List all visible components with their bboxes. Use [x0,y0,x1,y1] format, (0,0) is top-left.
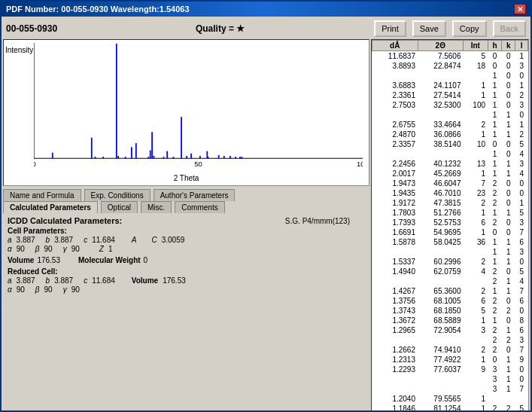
table-row: 1.533760.29962110 [372,257,528,267]
tab-name-formula[interactable]: Name and Formula [3,189,81,201]
cell-int: 9 [464,365,488,374]
tab-optical[interactable]: Optical [101,201,138,213]
col-int: Int [464,41,488,51]
cell-dA: 1.4267 [372,286,418,296]
cell-twoTheta: 58.0425 [418,237,464,247]
cell-twoTheta [418,110,464,120]
icdd-params-title: ICDD Calculated Parameters: [8,216,122,225]
table-row: 1.367268.58891108 [372,316,528,325]
cell-l: 4 [515,169,528,179]
cell-twoTheta: 24.1107 [418,81,464,90]
b-value: 3.887 [54,236,73,244]
cell-dA [372,335,418,345]
cell-l: 0 [515,188,528,198]
cell-k: 2 [502,335,515,345]
cell-int: 1 [464,227,488,237]
cell-l: 6 [515,237,528,247]
back-button[interactable]: Back [493,20,526,37]
cell-k: 0 [502,198,515,208]
cell-h: 0 [488,61,502,71]
cell-h: 2 [488,198,502,208]
cell-int: 1 [464,169,488,179]
rgamma-value: 90 [71,285,80,294]
tab-misc[interactable]: Misc. [141,201,172,213]
cell-twoTheta: 7.5606 [418,51,464,62]
cell-l: 5 [515,208,528,218]
table-row: 2.750332.5300100103 [372,100,528,110]
cell-dA: 1.4940 [372,267,418,276]
cell-h: 1 [488,257,502,267]
close-button[interactable]: ✕ [514,4,526,14]
C-value: 3.0059 [162,236,185,244]
cell-k: 1 [502,120,515,130]
cell-dA: 1.3672 [372,316,418,325]
ra-label: a [8,276,12,285]
cell-l: 1 [515,120,528,130]
cell-dA: 1.9172 [372,198,418,208]
cell-h: 3 [488,384,502,394]
tab-exp-conditions[interactable]: Exp. Conditions [84,189,150,201]
cell-l: 1 [515,51,528,62]
tab-calculated-params[interactable]: Calculated Parameters [3,201,98,213]
cell-twoTheta [418,276,464,286]
table-row: 3.889322.847418003 [372,61,528,71]
cell-dA [372,149,418,159]
cell-dA: 1.6691 [372,227,418,237]
cell-dA: 1.2965 [372,325,418,335]
table-row: 11.68377.56065001 [372,51,528,62]
cell-int [464,374,488,384]
cell-l: 2 [515,130,528,139]
cell-int: 1 [464,208,488,218]
cell-h: 1 [488,247,502,257]
mol-weight-label: Molecular Weight [78,256,141,264]
cell-twoTheta: 77.4922 [418,355,464,365]
rb-value: 3.887 [54,276,73,285]
cell-dA: 2.7503 [372,100,418,110]
cell-k: 2 [502,404,515,412]
cell-int [464,247,488,257]
rv-value: 176.53 [163,276,186,285]
cell-l: 0 [515,257,528,267]
cell-l: 0 [515,179,528,188]
alpha-value: 90 [17,245,25,253]
cell-h: 2 [488,267,502,276]
cell-k: 1 [502,208,515,218]
cell-k: 1 [502,374,515,384]
cell-k: 0 [502,90,515,100]
cell-l: 3 [515,218,528,227]
table-row: 1.587858.042536116 [372,237,528,247]
mol-weight-value: 0 [144,256,148,264]
ra-value: 3.887 [17,276,35,285]
rbeta-label: β [35,285,40,294]
cell-int: 1 [464,355,488,365]
cell-twoTheta: 74.9410 [418,345,464,355]
cell-h: 1 [488,286,502,296]
cell-dA: 2.2456 [372,159,418,169]
print-button[interactable]: Print [374,20,406,37]
cell-int: 23 [464,188,488,198]
cell-int: 100 [464,100,488,110]
cell-h: 0 [488,139,502,149]
cell-h: 0 [488,51,502,62]
cell-l: 2 [515,90,528,100]
cell-twoTheta: 54.9695 [418,227,464,237]
svg-text:100: 100 [357,160,363,167]
diffraction-chart: 0 25 50 75 100 0 50 100 [34,43,363,170]
data-table-panel[interactable]: dÅ 2Θ Int h k l 11.68377.560650013.88932… [371,39,529,412]
cell-h: 0 [488,227,502,237]
tab-comments[interactable]: Comments [175,201,224,213]
cell-dA [372,374,418,384]
cell-h: 2 [488,296,502,306]
table-row: 310 [372,374,528,384]
cell-dA: 1.3756 [372,296,418,306]
save-button[interactable]: Save [412,20,446,37]
cell-h: 2 [488,345,502,355]
cell-h: 1 [488,237,502,247]
tab-author-params[interactable]: Author's Parameters [154,189,236,201]
cell-h: 1 [488,149,502,159]
copy-button[interactable]: Copy [452,20,487,37]
cell-int: 1 [464,130,488,139]
cell-dA: 1.5337 [372,257,418,267]
cell-l: 0 [515,110,528,120]
table-row: 1.296572.90543216 [372,325,528,335]
